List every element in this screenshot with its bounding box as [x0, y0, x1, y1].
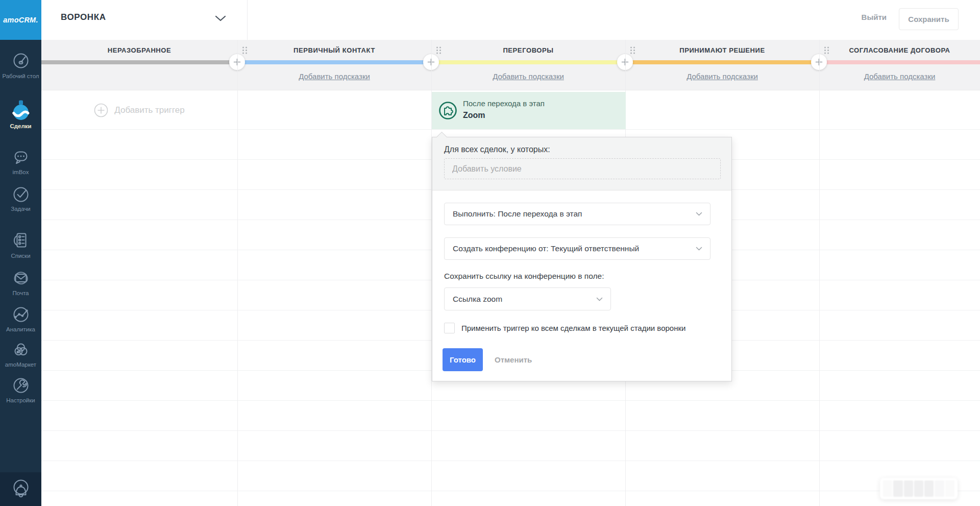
- wrench-icon: [11, 375, 31, 396]
- sidebar-item-settings[interactable]: Настройки: [0, 375, 41, 404]
- trigger-name-label: Zoom: [463, 111, 485, 120]
- column-separator: [237, 40, 238, 506]
- add-hints-link[interactable]: Добавить подсказки: [819, 72, 980, 81]
- link-field-value: Ссылка zoom: [445, 295, 596, 304]
- list-icon: [11, 230, 31, 251]
- market-icon: [11, 340, 31, 360]
- add-hints-link[interactable]: Добавить подсказки: [431, 72, 625, 81]
- chevron-down-icon: [696, 247, 702, 251]
- zoom-widget-segment: [914, 480, 923, 497]
- chat-icon: [11, 147, 31, 167]
- link-field-select[interactable]: Ссылка zoom: [444, 287, 611, 310]
- popup-conditions-section: Для всех сделок, у которых:: [432, 137, 731, 190]
- apply-to-all-checkbox[interactable]: [444, 323, 455, 333]
- add-trigger-button[interactable]: Добавить триггер: [41, 99, 237, 122]
- chevron-down-icon[interactable]: [215, 14, 226, 23]
- stage-bar-contract: [819, 60, 980, 64]
- sidebar-item-market[interactable]: amoМаркет: [0, 340, 41, 368]
- column-separator: [819, 40, 820, 506]
- sidebar-item-label: Почта: [13, 290, 29, 297]
- zoom-widget-segment: [883, 480, 892, 497]
- top-bar: ВОРОНКА Выйти Сохранить: [41, 0, 980, 40]
- sidebar: amoCRM. Рабочий стол Сделки imBox: [0, 0, 41, 506]
- stage-title-first-contact: ПЕРВИЧНЫЙ КОНТАКТ: [237, 46, 431, 54]
- zoom-control-widget[interactable]: [880, 478, 958, 499]
- trigger-event-label: После перехода в этап: [463, 99, 545, 108]
- header-divider: [247, 0, 248, 40]
- zoom-widget-segment: [945, 480, 954, 497]
- add-hints-link[interactable]: Добавить подсказки: [625, 72, 819, 81]
- stage-bar-unsorted: [41, 60, 237, 64]
- stage-bar-negotiation: [431, 60, 625, 64]
- conditions-label: Для всех сделок, у которых:: [444, 145, 550, 154]
- bell-icon: [9, 476, 33, 502]
- add-trigger-label: Добавить триггер: [114, 105, 185, 115]
- sidebar-item-label: Аналитика: [6, 326, 35, 333]
- amocrm-logo[interactable]: amoCRM.: [0, 0, 41, 40]
- sidebar-item-label: Рабочий стол: [2, 73, 39, 80]
- sidebar-item-lists[interactable]: Списки: [0, 230, 41, 259]
- mail-icon: [11, 268, 31, 288]
- zoom-widget-segment: [924, 480, 934, 497]
- apply-to-all-row[interactable]: Применить триггер ко всем сделкам в теку…: [444, 323, 685, 333]
- sidebar-item-label: Настройки: [6, 397, 35, 404]
- sidebar-item-label: Задачи: [11, 206, 31, 212]
- dashboard-icon: [11, 50, 31, 71]
- zoom-widget-segment: [904, 480, 913, 497]
- sidebar-item-imbox[interactable]: imBox: [0, 147, 41, 176]
- conference-owner-value: Создать конференцию от: Текущий ответств…: [445, 244, 696, 253]
- sidebar-item-mail[interactable]: Почта: [0, 268, 41, 297]
- conference-owner-select[interactable]: Создать конференцию от: Текущий ответств…: [444, 237, 710, 260]
- amocrm-logo-text: amoCRM.: [3, 16, 38, 24]
- zoom-widget-segment: [893, 480, 902, 497]
- sidebar-item-deals[interactable]: Сделки: [0, 99, 41, 130]
- sidebar-item-label: Сделки: [10, 123, 31, 130]
- logout-button[interactable]: Выйти: [862, 13, 887, 21]
- stage-title-decision: ПРИНИМАЮТ РЕШЕНИЕ: [625, 46, 819, 54]
- funnel-title[interactable]: ВОРОНКА: [61, 12, 106, 22]
- sidebar-item-dashboard[interactable]: Рабочий стол: [0, 50, 41, 80]
- sidebar-item-analytics[interactable]: Аналитика: [0, 304, 41, 333]
- trigger-settings-popup: Для всех сделок, у которых: Выполнить: П…: [432, 137, 732, 381]
- sidebar-item-label: imBox: [13, 169, 29, 176]
- stage-title-contract: СОГЛАСОВАНИЕ ДОГОВОРА: [819, 46, 980, 54]
- execute-moment-select[interactable]: Выполнить: После перехода в этап: [444, 203, 710, 225]
- stage-title-unsorted: НЕРАЗОБРАННОЕ: [41, 46, 237, 54]
- stage-header-band: НЕРАЗОБРАННОЕ ПЕРВИЧНЫЙ КОНТАКТ Добавить…: [41, 40, 980, 90]
- chevron-down-icon: [696, 212, 702, 216]
- sidebar-item-label: amoМаркет: [5, 362, 36, 368]
- stage-bar-first-contact: [237, 60, 431, 64]
- execute-moment-value: Выполнить: После перехода в этап: [445, 209, 696, 219]
- save-button[interactable]: Сохранить: [899, 8, 959, 30]
- stage-bar-decision: [625, 60, 819, 64]
- check-circle-icon: [11, 184, 31, 204]
- save-link-label: Сохранить ссылку на конференцию в поле:: [444, 272, 604, 281]
- cancel-button[interactable]: Отменить: [491, 348, 536, 371]
- stage-title-negotiation: ПЕРЕГОВОРЫ: [431, 46, 625, 54]
- apply-to-all-label: Применить триггер ко всем сделкам в теку…: [461, 324, 685, 332]
- add-hints-link[interactable]: Добавить подсказки: [237, 72, 431, 81]
- deals-icon: [11, 99, 31, 122]
- sidebar-item-tasks[interactable]: Задачи: [0, 184, 41, 212]
- zoom-widget-segment: [935, 480, 944, 497]
- trigger-card-zoom[interactable]: После перехода в этап Zoom: [432, 92, 626, 129]
- chevron-down-icon: [596, 297, 603, 301]
- sidebar-item-label: Списки: [11, 253, 30, 259]
- add-condition-input[interactable]: [444, 158, 721, 179]
- plus-circle-icon: [94, 103, 108, 117]
- analytics-icon: [11, 304, 31, 325]
- notifications-area[interactable]: [0, 472, 41, 506]
- integration-puzzle-icon: [438, 101, 457, 120]
- done-button[interactable]: Готово: [443, 348, 483, 371]
